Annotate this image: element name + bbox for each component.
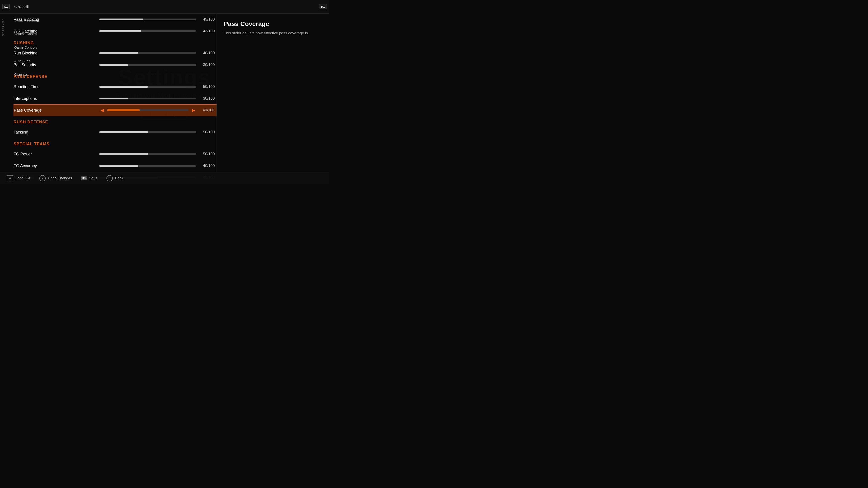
slider-track-fg-accuracy xyxy=(99,165,196,167)
info-panel: Pass Coverage This slider adjusts how ef… xyxy=(217,13,329,172)
nav-item-game-controls[interactable]: Game Controls xyxy=(11,41,42,54)
setting-name-fg-accuracy: FG Accuracy xyxy=(13,164,99,168)
slider-value-run-blocking: 40/100 xyxy=(199,51,215,55)
undo-changes-label: Undo Changes xyxy=(48,176,72,180)
r3-badge: R3 xyxy=(81,176,87,180)
l1-badge: L1 xyxy=(2,4,10,9)
slider-track-reaction-time xyxy=(99,86,196,88)
slider-container-fg-power: 50/100 xyxy=(99,152,215,156)
save-action[interactable]: R3 Save xyxy=(81,176,98,180)
slider-fill-wr-catching xyxy=(99,30,141,32)
top-navigation: L1 Game OptionsCross-PlayAccessibilityPe… xyxy=(0,0,329,13)
category-rushing: RUSHING xyxy=(13,37,217,47)
slider-track-ball-security xyxy=(99,64,196,66)
slider-value-fg-accuracy: 40/100 xyxy=(199,164,215,168)
slider-container-tackling: 50/100 xyxy=(99,130,215,134)
back-label: Back xyxy=(115,176,123,180)
setting-row-fg-accuracy[interactable]: FG Accuracy40/100 xyxy=(13,160,217,172)
slider-fill-pass-coverage xyxy=(107,109,140,111)
setting-row-interceptions[interactable]: Interceptions30/100 xyxy=(13,93,217,104)
info-title: Pass Coverage xyxy=(224,20,322,28)
slider-fill-tackling xyxy=(99,131,148,133)
info-description: This slider adjusts how effective pass c… xyxy=(224,30,322,36)
slider-container-pass-blocking: 45/100 xyxy=(99,17,215,22)
setting-row-fg-power[interactable]: FG Power50/100 xyxy=(13,148,217,160)
main-layout: Pass Blocking45/100WR Catching43/100RUSH… xyxy=(0,13,329,172)
setting-name-reaction-time: Reaction Time xyxy=(13,85,99,89)
slider-track-pass-coverage xyxy=(107,109,188,111)
category-pass-defense: PASS DEFENSE xyxy=(13,71,217,81)
slider-fill-reaction-time xyxy=(99,86,148,88)
slider-value-pass-blocking: 45/100 xyxy=(199,17,215,22)
setting-row-reaction-time[interactable]: Reaction Time50/100 xyxy=(13,81,217,93)
save-label: Save xyxy=(89,176,97,180)
nav-items: Game OptionsCross-PlayAccessibilityPenal… xyxy=(11,0,42,81)
load-file-action[interactable]: ■ Load File xyxy=(7,175,30,182)
nav-item-volume-control[interactable]: Volume Control xyxy=(11,27,42,41)
slider-fill-run-blocking xyxy=(99,52,138,54)
slider-value-tackling: 50/100 xyxy=(199,130,215,134)
setting-name-fg-power: FG Power xyxy=(13,152,99,157)
setting-row-pass-blocking[interactable]: Pass Blocking45/100 xyxy=(13,13,217,25)
slider-value-wr-catching: 43/100 xyxy=(199,29,215,33)
slider-track-interceptions xyxy=(99,98,196,99)
slider-track-pass-blocking xyxy=(99,19,196,20)
back-action[interactable]: ○ Back xyxy=(106,175,123,182)
slider-container-interceptions: 30/100 xyxy=(99,96,215,101)
slider-value-ball-security: 30/100 xyxy=(199,63,215,67)
setting-row-pass-coverage[interactable]: Pass Coverage◀▶40/100 xyxy=(13,104,217,116)
slider-value-pass-coverage: 40/100 xyxy=(199,108,215,112)
nav-item-graphics[interactable]: Graphics xyxy=(11,68,42,81)
nav-item-visual-feedback[interactable]: Visual Feedback xyxy=(11,13,42,27)
slider-fill-ball-security xyxy=(99,64,128,66)
slider-value-fg-power: 50/100 xyxy=(199,152,215,156)
slider-track-wr-catching xyxy=(99,30,196,32)
slider-fill-fg-power xyxy=(99,153,148,155)
slider-container-fg-accuracy: 40/100 xyxy=(99,164,215,168)
slider-right-arrow-pass-coverage[interactable]: ▶ xyxy=(191,108,196,113)
slider-value-reaction-time: 50/100 xyxy=(199,85,215,89)
setting-name-pass-coverage: Pass Coverage xyxy=(14,108,100,113)
slider-track-run-blocking xyxy=(99,52,196,54)
sidebar-settings-label: SETTINGS xyxy=(2,18,4,36)
setting-name-tackling: Tackling xyxy=(13,130,99,135)
load-file-label: Load File xyxy=(16,176,30,180)
slider-fill-pass-blocking xyxy=(99,19,143,20)
bottom-bar: ■ Load File ▲ Undo Changes R3 Save ○ Bac… xyxy=(0,172,329,184)
slider-container-pass-coverage: ◀▶40/100 xyxy=(100,108,215,113)
slider-left-arrow-pass-coverage[interactable]: ◀ xyxy=(100,108,105,113)
slider-container-reaction-time: 50/100 xyxy=(99,85,215,89)
category-special-teams: Special Teams xyxy=(13,138,217,148)
setting-row-tackling[interactable]: Tackling50/100 xyxy=(13,126,217,138)
r1-badge: R1 xyxy=(319,4,327,9)
category-rush-defense: RUSH DEFENSE xyxy=(13,116,217,126)
circle-button-icon: ○ xyxy=(106,175,113,182)
setting-row-wr-catching[interactable]: WR Catching43/100 xyxy=(13,25,217,37)
setting-row-run-blocking[interactable]: Run Blocking40/100 xyxy=(13,47,217,59)
setting-row-ball-security[interactable]: Ball Security30/100 xyxy=(13,59,217,71)
slider-value-interceptions: 30/100 xyxy=(199,96,215,101)
slider-container-wr-catching: 43/100 xyxy=(99,29,215,33)
slider-fill-interceptions xyxy=(99,98,128,99)
slider-container-ball-security: 30/100 xyxy=(99,63,215,67)
slider-track-tackling xyxy=(99,131,196,133)
nav-item-auto-subs[interactable]: Auto-Subs xyxy=(11,54,42,68)
slider-fill-fg-accuracy xyxy=(99,165,138,167)
slider-container-run-blocking: 40/100 xyxy=(99,51,215,55)
undo-changes-action[interactable]: ▲ Undo Changes xyxy=(39,175,72,182)
square-button-icon: ■ xyxy=(7,175,13,182)
nav-item-cpu-skill[interactable]: CPU Skill xyxy=(11,0,42,13)
slider-track-fg-power xyxy=(99,153,196,155)
triangle-button-icon: ▲ xyxy=(39,175,46,182)
setting-name-interceptions: Interceptions xyxy=(13,96,99,101)
